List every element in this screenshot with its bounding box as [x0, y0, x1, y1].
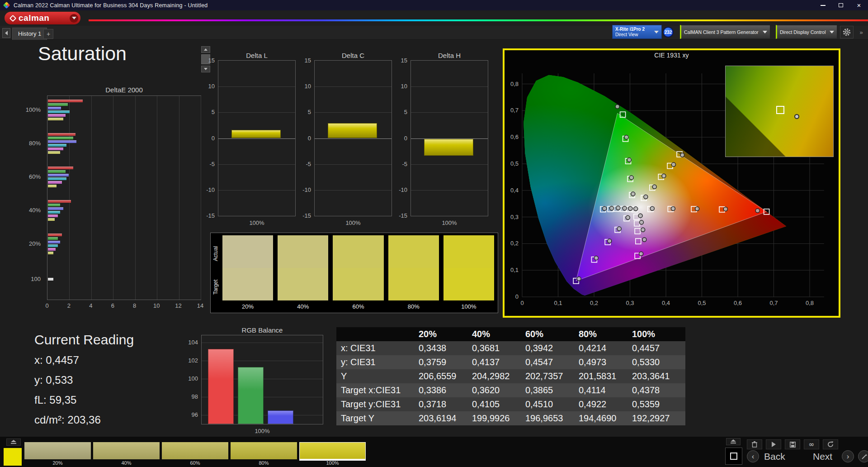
results-table-row: Y206,6559204,2982202,7357201,5831203,364… [336, 369, 685, 383]
results-value-cell: 0,4137 [472, 355, 525, 369]
delta-y-tick: 15 [198, 57, 215, 64]
svg-text:0,8: 0,8 [806, 300, 814, 306]
meter-dropdown[interactable]: X-Rite i1Pro 2 Direct View [612, 25, 662, 39]
deltae-bar [48, 170, 66, 173]
back-button[interactable]: ‹ [747, 450, 759, 462]
rgb-balance-chart: 1041021009896 [201, 335, 323, 424]
deltae-bar [48, 252, 53, 254]
results-value-cell: 0,5359 [632, 397, 685, 411]
collapse-panel-button[interactable] [2, 28, 10, 38]
meter-name: X-Rite i1Pro 2 [615, 27, 652, 32]
loop-readings-button[interactable]: ∞ [804, 439, 819, 449]
reading-y: y: 0,533 [34, 374, 134, 394]
rgb-y-tick: 102 [184, 357, 198, 364]
results-value-cell: 0,4114 [579, 383, 632, 397]
patch-color [24, 442, 91, 459]
deltae-x-tick: 8 [129, 302, 140, 309]
overflow-chevron-button[interactable]: » [856, 27, 866, 37]
chevron-down-icon [654, 31, 659, 33]
save-button[interactable] [785, 439, 800, 449]
delta-gridline [315, 190, 392, 191]
corner-tool-button[interactable] [858, 450, 868, 462]
delta-c-title: Delta C [314, 52, 392, 59]
deltae-bar [48, 140, 76, 143]
results-header-cell: 60% [525, 327, 579, 341]
rgb-y-tick: 104 [184, 339, 198, 346]
deltae-x-tick: 10 [151, 302, 162, 309]
svg-text:0,8: 0,8 [510, 81, 519, 87]
delta-gridline [218, 112, 295, 113]
deltae-bar [48, 241, 60, 243]
patch-swatch-20%[interactable]: 20% [24, 442, 91, 466]
target-swatch [278, 268, 328, 300]
deltae-bar [48, 137, 73, 139]
patch-swatch-100%[interactable]: 100% [299, 442, 366, 466]
deltae-x-tick: 14 [195, 302, 206, 309]
results-value-cell: 206,6559 [419, 369, 472, 383]
scroll-up-button[interactable] [201, 46, 210, 53]
minimize-button[interactable] [814, 0, 832, 10]
results-header-cell [336, 327, 419, 341]
calman-window: Calman 2022 Calman Ultimate for Business… [0, 0, 868, 467]
deltae-bar [48, 151, 60, 154]
deltae-bar [48, 207, 63, 210]
calman-logo-text: calman [19, 13, 70, 23]
settings-gear-button[interactable] [840, 26, 854, 38]
deltae-x-tick: 6 [107, 302, 118, 309]
results-value-cell: 0,4378 [632, 383, 685, 397]
meter-mode: Direct View [615, 32, 652, 38]
swatch-column [333, 235, 383, 300]
scroll-down-button[interactable] [201, 66, 210, 72]
delta-y-tick: 10 [295, 83, 311, 90]
delta-gridline [315, 112, 392, 113]
delta-gridline [411, 190, 488, 191]
svg-text:0,5: 0,5 [698, 300, 706, 306]
chevron-down-icon [70, 14, 78, 23]
display-control-dropdown[interactable]: Direct Display Control [776, 25, 837, 39]
refresh-button[interactable] [823, 439, 838, 449]
deltae-bar [48, 177, 66, 180]
delta-y-tick: 15 [391, 57, 407, 64]
target-swatch [388, 268, 439, 300]
patch-swatch-80%[interactable]: 80% [231, 442, 297, 466]
deltae-bar [48, 100, 83, 102]
results-table-row: Target Y203,6194199,9926196,9653194,4690… [336, 411, 685, 425]
delta-y-tick: 0 [295, 135, 311, 142]
maximize-button[interactable] [832, 0, 850, 10]
svg-text:0,3: 0,3 [510, 214, 519, 220]
tab-history-1[interactable]: History 1 [12, 28, 47, 40]
deltae-bar [48, 133, 75, 136]
pattern-generator-dropdown[interactable]: CalMAN Client 3 Pattern Generator [680, 25, 770, 39]
delta-y-tick: -5 [295, 161, 311, 167]
reading-x: x: 0,4457 [34, 354, 134, 374]
results-value-cell: 0,5330 [632, 355, 685, 369]
delta-y-tick: -10 [295, 186, 311, 193]
actual-swatch [388, 235, 439, 268]
results-value-cell: 203,3641 [632, 369, 685, 383]
patch-swatch-60%[interactable]: 60% [162, 442, 228, 466]
next-label[interactable]: Next [813, 451, 832, 462]
results-value-cell: 0,3942 [525, 341, 579, 355]
next-button[interactable]: › [842, 450, 854, 462]
read-continuous-button[interactable] [766, 439, 781, 449]
results-row-label: Target y:CIE31 [336, 397, 419, 411]
calman-logo-icon [9, 14, 17, 22]
bottom-bar: 20%40%60%80%100% ∞ ‹ Back Next › [0, 437, 868, 467]
eject-left-button[interactable] [6, 438, 21, 446]
back-label[interactable]: Back [764, 451, 785, 462]
deltae-bar [48, 234, 62, 236]
window-title: Calman 2022 Calman Ultimate for Business… [14, 2, 208, 9]
pattern-window-button[interactable] [725, 448, 742, 465]
clear-readings-button[interactable] [747, 439, 762, 449]
eject-right-button[interactable] [726, 438, 741, 445]
arrow-down-icon [204, 68, 208, 70]
calman-menu-button[interactable]: calman [5, 12, 80, 24]
delta-gridline [218, 86, 295, 87]
results-value-cell: 0,4214 [579, 341, 632, 355]
patch-swatch-40%[interactable]: 40% [93, 442, 160, 466]
svg-text:0,4: 0,4 [662, 300, 670, 306]
close-button[interactable]: × [850, 0, 868, 10]
swatch-column [443, 235, 494, 300]
delta-y-tick: -10 [391, 186, 407, 193]
add-tab-button[interactable]: + [43, 29, 53, 39]
